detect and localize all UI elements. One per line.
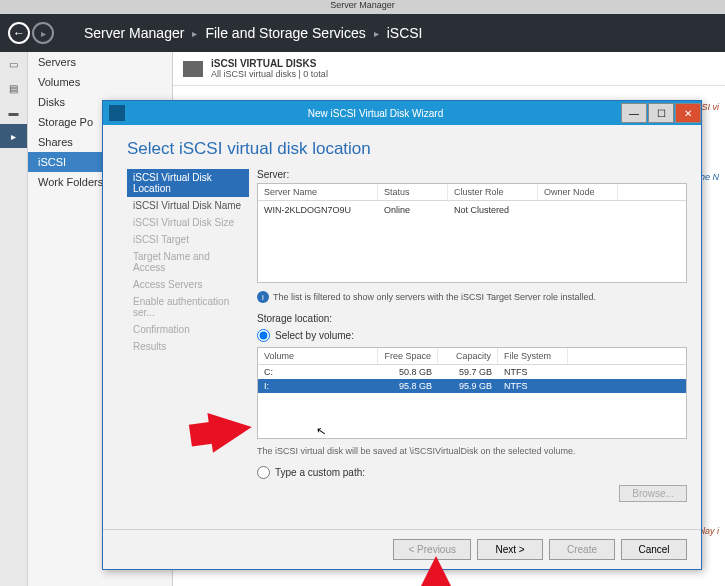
maximize-button[interactable]: ☐ (648, 103, 674, 123)
header-bar: ← ▸ Server Manager ▸ File and Storage Se… (0, 14, 725, 52)
minimize-button[interactable]: — (621, 103, 647, 123)
server-role-cell: Not Clustered (448, 203, 538, 217)
save-path-note: The iSCSI virtual disk will be saved at … (257, 446, 687, 456)
rail-iscsi-icon[interactable]: ▸ (0, 124, 27, 148)
step-confirm: Confirmation (127, 321, 249, 338)
step-target-name: Target Name and Access (127, 248, 249, 276)
breadcrumb-root[interactable]: Server Manager (84, 25, 184, 41)
wizard-footer: < Previous Next > Create Cancel (103, 529, 701, 569)
col-cluster-role[interactable]: Cluster Role (448, 184, 538, 200)
col-owner-node[interactable]: Owner Node (538, 184, 618, 200)
volume-grid-headers: Volume Free Space Capacity File System (258, 348, 686, 365)
chevron-right-icon: ▸ (374, 28, 379, 39)
app-title: Server Manager (0, 0, 725, 14)
server-owner-cell (538, 203, 618, 217)
close-button[interactable]: ✕ (675, 103, 701, 123)
radio-volume-label: Select by volume: (275, 330, 354, 341)
radio-custom-path[interactable]: Type a custom path: (257, 466, 687, 479)
server-status-cell: Online (378, 203, 448, 217)
col-capacity[interactable]: Capacity (438, 348, 498, 364)
vol-i-cap: 95.9 GB (438, 379, 498, 393)
vol-i-free: 95.8 GB (378, 379, 438, 393)
forward-button[interactable]: ▸ (32, 22, 54, 44)
step-target: iSCSI Target (127, 231, 249, 248)
step-access: Access Servers (127, 276, 249, 293)
server-grid-headers: Server Name Status Cluster Role Owner No… (258, 184, 686, 201)
rail-servers-icon[interactable]: ▭ (0, 52, 27, 76)
volume-grid[interactable]: Volume Free Space Capacity File System C… (257, 347, 687, 439)
wizard-icon (109, 105, 125, 121)
vhd-icon (183, 61, 203, 77)
vol-i-name: I: (258, 379, 378, 393)
next-button[interactable]: Next > (477, 539, 543, 560)
content-header: iSCSI VIRTUAL DISKS All iSCSI virtual di… (173, 52, 725, 86)
back-button[interactable]: ← (8, 22, 30, 44)
wizard-heading: Select iSCSI virtual disk location (103, 125, 701, 169)
volume-row-i[interactable]: I: 95.8 GB 95.9 GB NTFS (258, 379, 686, 393)
col-free-space[interactable]: Free Space (378, 348, 438, 364)
step-location[interactable]: iSCSI Virtual Disk Location (127, 169, 249, 197)
radio-custom-input[interactable] (257, 466, 270, 479)
volume-row-c[interactable]: C: 50.8 GB 59.7 GB NTFS (258, 365, 686, 379)
section-subtitle: All iSCSI virtual disks | 0 total (211, 69, 328, 79)
wizard-title: New iSCSI Virtual Disk Wizard (131, 108, 620, 119)
step-name[interactable]: iSCSI Virtual Disk Name (127, 197, 249, 214)
breadcrumb: Server Manager ▸ File and Storage Servic… (80, 25, 427, 41)
wizard-dialog: New iSCSI Virtual Disk Wizard — ☐ ✕ Sele… (102, 100, 702, 570)
server-row[interactable]: WIN-2KLDOGN7O9U Online Not Clustered (258, 201, 686, 219)
step-results: Results (127, 338, 249, 355)
rail-volumes-icon[interactable]: ▤ (0, 76, 27, 100)
info-icon: i (257, 291, 269, 303)
section-title: iSCSI VIRTUAL DISKS (211, 58, 328, 69)
radio-custom-label: Type a custom path: (275, 467, 365, 478)
server-grid[interactable]: Server Name Status Cluster Role Owner No… (257, 183, 687, 283)
col-server-name[interactable]: Server Name (258, 184, 378, 200)
icon-rail: ▭ ▤ ▬ ▸ (0, 52, 28, 586)
col-volume[interactable]: Volume (258, 348, 378, 364)
vol-c-free: 50.8 GB (378, 365, 438, 379)
filter-note: i The list is filtered to show only serv… (257, 291, 687, 303)
breadcrumb-storage[interactable]: File and Storage Services (205, 25, 365, 41)
create-button[interactable]: Create (549, 539, 615, 560)
breadcrumb-iscsi[interactable]: iSCSI (387, 25, 423, 41)
col-status[interactable]: Status (378, 184, 448, 200)
chevron-right-icon: ▸ (192, 28, 197, 39)
wizard-titlebar[interactable]: New iSCSI Virtual Disk Wizard — ☐ ✕ (103, 101, 701, 125)
vol-c-fs: NTFS (498, 365, 568, 379)
vol-c-name: C: (258, 365, 378, 379)
col-file-system[interactable]: File System (498, 348, 568, 364)
wizard-main: Server: Server Name Status Cluster Role … (257, 169, 687, 529)
vol-i-fs: NTFS (498, 379, 568, 393)
server-name-cell: WIN-2KLDOGN7O9U (258, 203, 378, 217)
radio-volume-input[interactable] (257, 329, 270, 342)
wizard-steps: iSCSI Virtual Disk Location iSCSI Virtua… (127, 169, 257, 529)
cancel-button[interactable]: Cancel (621, 539, 687, 560)
sidebar-item-servers[interactable]: Servers (28, 52, 172, 72)
server-label: Server: (257, 169, 687, 180)
annotation-arrow-1 (207, 407, 254, 452)
step-auth: Enable authentication ser... (127, 293, 249, 321)
rail-disks-icon[interactable]: ▬ (0, 100, 27, 124)
step-size: iSCSI Virtual Disk Size (127, 214, 249, 231)
sidebar-item-volumes[interactable]: Volumes (28, 72, 172, 92)
annotation-arrow-2 (418, 556, 454, 586)
storage-label: Storage location: (257, 313, 687, 324)
vol-c-cap: 59.7 GB (438, 365, 498, 379)
radio-select-by-volume[interactable]: Select by volume: (257, 329, 687, 342)
browse-button[interactable]: Browse... (619, 485, 687, 502)
filter-note-text: The list is filtered to show only server… (273, 292, 596, 302)
